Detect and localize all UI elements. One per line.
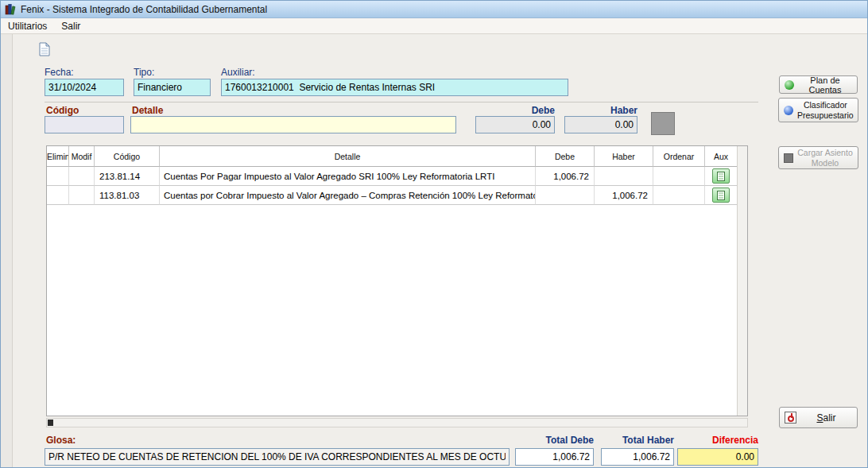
fecha-label: Fecha: [45,67,74,78]
haber-input[interactable] [564,116,637,133]
window-title: Fenix - Sistema Integrado de Contabilida… [21,4,267,15]
cell-elimin[interactable] [47,186,69,205]
col-header-modif: Modif [69,146,95,167]
debe-label: Debe [475,105,555,116]
col-header-ordenar: Ordenar [653,146,705,167]
scrollbar-thumb[interactable] [48,420,53,426]
cell-debe[interactable] [536,186,595,205]
col-header-debe: Debe [536,146,595,167]
haber-label: Haber [564,105,637,116]
cell-debe[interactable]: 1,006.72 [536,167,595,186]
clasificador-label: Clasificador Presupuestario [797,100,854,119]
fecha-input[interactable] [45,79,124,96]
table-horizontal-scrollbar[interactable] [46,418,748,427]
aux-button[interactable] [712,188,730,203]
cell-modif[interactable] [69,167,95,186]
total-debe-label: Total Debe [515,435,594,446]
table-row[interactable]: 213.81.14 Cuentas Por Pagar Impuesto al … [47,167,737,186]
menu-utilitarios[interactable]: Utilitarios [1,19,54,33]
cell-codigo[interactable]: 113.81.03 [95,186,160,205]
app-window: Fenix - Sistema Integrado de Contabilida… [0,0,868,468]
separator-line [45,102,758,102]
col-header-codigo: Código [95,146,160,167]
cell-elimin[interactable] [47,167,69,186]
menu-bar: Utilitarios Salir [1,18,867,34]
cell-detalle[interactable]: Cuentas por Cobrar Impuesto al Valor Agr… [160,186,536,205]
codigo-input[interactable] [45,116,124,133]
cargar-asiento-icon [784,153,793,163]
table-vertical-scrollbar[interactable] [737,146,747,416]
plan-de-cuentas-label: Plan de Cuentas [798,75,852,95]
cell-detalle[interactable]: Cuentas Por Pagar Impuesto al Valor Agre… [160,167,536,186]
diferencia-label: Diferencia [677,435,758,446]
auxiliar-input[interactable] [221,79,568,96]
detalle-label: Detalle [132,105,163,116]
tipo-label: Tipo: [134,67,154,78]
total-haber-label: Total Haber [601,435,674,446]
clasificador-presupuestario-button[interactable]: Clasificador Presupuestario [778,98,858,122]
salir-button[interactable]: Salir [779,407,858,428]
left-panel-edge [1,34,13,467]
salir-power-icon [785,412,796,424]
note-icon [717,191,725,200]
cell-ordenar[interactable] [653,186,705,205]
cell-aux [705,167,737,186]
col-header-haber: Haber [595,146,653,167]
cell-ordenar[interactable] [653,167,705,186]
cargar-asiento-modelo-button[interactable]: Cargar Asiento Modelo [778,146,858,169]
col-header-detalle: Detalle [160,146,536,167]
add-entry-button[interactable] [651,112,675,135]
tipo-input[interactable] [134,79,211,96]
table-row[interactable]: 113.81.03 Cuentas por Cobrar Impuesto al… [47,186,737,205]
total-debe-value [515,448,594,466]
col-header-aux: Aux [705,146,737,167]
col-header-elimin: Elimin [47,146,69,167]
plan-de-cuentas-button[interactable]: Plan de Cuentas [779,75,858,94]
salir-label: Salir [800,412,852,424]
entries-table: Elimin Modif Código Detalle Debe Haber O… [46,145,748,416]
aux-button[interactable] [712,168,730,184]
total-haber-value [601,448,674,466]
cell-aux [705,186,737,205]
codigo-label: Código [46,105,79,116]
glosa-input[interactable] [45,448,510,466]
diferencia-value [677,448,758,466]
detalle-input[interactable] [130,116,456,133]
cargar-asiento-label: Cargar Asiento Modelo [797,148,853,167]
table-header-row: Elimin Modif Código Detalle Debe Haber O… [47,146,737,167]
menu-salir[interactable]: Salir [54,19,87,33]
cell-codigo[interactable]: 213.81.14 [95,167,160,186]
plan-cuentas-icon [785,80,794,90]
new-document-icon[interactable] [36,41,53,58]
cell-modif[interactable] [69,186,95,205]
auxiliar-label: Auxiliar: [221,67,255,78]
cell-haber[interactable] [595,167,653,186]
glosa-label: Glosa: [46,435,76,446]
cell-haber[interactable]: 1,006.72 [595,186,653,205]
app-icon [5,3,17,15]
debe-input[interactable] [475,116,555,133]
clasificador-icon [784,106,793,115]
note-icon [717,172,725,181]
title-bar[interactable]: Fenix - Sistema Integrado de Contabilida… [1,1,867,18]
